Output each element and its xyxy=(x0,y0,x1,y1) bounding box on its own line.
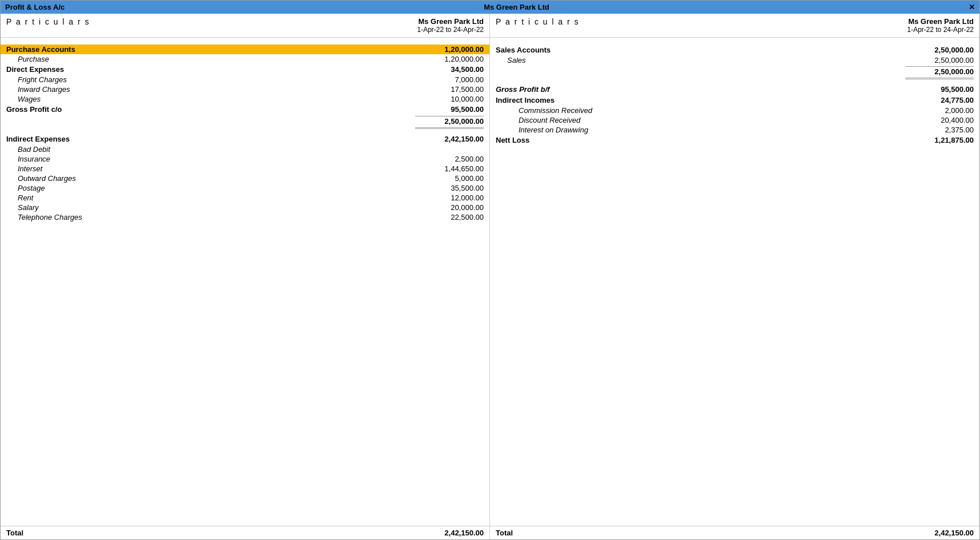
postage-label: Postage xyxy=(18,184,45,192)
rent-value: 12,000.00 xyxy=(415,194,484,202)
discount-received-value: 20,400.00 xyxy=(905,116,974,124)
date-range-left: 1-Apr-22 to 24-Apr-22 xyxy=(417,26,484,34)
purchase-value: 1,20,000.00 xyxy=(415,55,484,63)
subtotal1-left: 2,50,000.00 xyxy=(415,117,484,126)
interest-drawing-row: Interest on Drawwing 2,375.00 xyxy=(490,125,979,135)
interest-drawing-value: 2,375.00 xyxy=(905,126,974,134)
footer-left: Total 2,42,150.00 xyxy=(1,526,490,539)
sales-accounts-total: 2,50,000.00 xyxy=(905,46,974,54)
total-label-right: Total xyxy=(496,529,513,537)
indirect-incomes-label: Indirect Incomes xyxy=(496,96,554,104)
indirect-incomes-row: Indirect Incomes 24,775.00 xyxy=(490,95,979,106)
close-button[interactable]: ✕ xyxy=(969,3,975,11)
discount-received-row: Discount Received 20,400.00 xyxy=(490,115,979,125)
nett-loss-row: Nett Loss 1,21,875.00 xyxy=(490,135,979,146)
nett-loss-value: 1,21,875.00 xyxy=(905,136,974,144)
telephone-charges-row: Telephone Charges 22,500.00 xyxy=(1,212,489,222)
fright-charges-row: Fright Charges 7,000.00 xyxy=(1,75,489,84)
particulars-label-left: P a r t i c u l a r s xyxy=(6,17,90,26)
purchase-accounts-label: Purchase Accounts xyxy=(6,45,75,54)
commission-received-value: 2,000.00 xyxy=(905,106,974,115)
postage-row: Postage 35,500.00 xyxy=(1,183,489,193)
subtotal1-row-left: 2,50,000.00 xyxy=(1,116,489,126)
indirect-expenses-row: Indirect Expenses 2,42,150.00 xyxy=(1,134,489,144)
nett-loss-label: Nett Loss xyxy=(496,136,529,144)
purchase-label: Purchase xyxy=(18,55,49,63)
wages-label: Wages xyxy=(18,95,41,103)
company-info-left: Ms Green Park Ltd 1-Apr-22 to 24-Apr-22 xyxy=(417,17,484,34)
purchase-accounts-total: 1,20,000.00 xyxy=(415,45,484,54)
outward-charges-label: Outward Charges xyxy=(18,174,76,183)
telephone-charges-value: 22,500.00 xyxy=(415,213,484,221)
outward-charges-row: Outward Charges 5,000.00 xyxy=(1,174,489,183)
footer-right: Total 2,42,150.00 xyxy=(490,526,979,539)
gross-profit-bf-value: 95,500.00 xyxy=(905,85,974,94)
inward-charges-label: Inward Charges xyxy=(18,85,70,94)
insurance-row: Insurance 2,500.00 xyxy=(1,154,489,164)
company-name-right: Ms Green Park Ltd xyxy=(907,17,974,26)
sales-row: Sales 2,50,000.00 xyxy=(490,55,979,65)
salary-value: 20,000.00 xyxy=(415,203,484,212)
title-bar-left: Profit & Loss A/c xyxy=(5,3,64,11)
telephone-charges-label: Telephone Charges xyxy=(18,213,82,221)
date-range-right: 1-Apr-22 to 24-Apr-22 xyxy=(907,26,974,34)
commission-received-row: Commission Received 2,000.00 xyxy=(490,106,979,115)
footer: Total 2,42,150.00 Total 2,42,150.00 xyxy=(1,526,979,539)
direct-expenses-row: Direct Expenses 34,500.00 xyxy=(1,64,489,75)
salary-label: Salary xyxy=(18,203,39,212)
company-info-right: Ms Green Park Ltd 1-Apr-22 to 24-Apr-22 xyxy=(907,17,974,34)
header-right: P a r t i c u l a r s Ms Green Park Ltd … xyxy=(490,14,979,37)
header-left: P a r t i c u l a r s Ms Green Park Ltd … xyxy=(1,14,490,37)
total-value-left: 2,42,150.00 xyxy=(444,529,484,537)
direct-expenses-total: 34,500.00 xyxy=(415,65,484,74)
interset-row: Interset 1,44,650.00 xyxy=(1,164,489,174)
gross-profit-co-row: Gross Profit c/o 95,500.00 xyxy=(1,104,489,115)
salary-row: Salary 20,000.00 xyxy=(1,203,489,212)
right-panel: Sales Accounts 2,50,000.00 Sales 2,50,00… xyxy=(490,38,979,526)
discount-received-label: Discount Received xyxy=(519,116,580,124)
indirect-expenses-total: 2,42,150.00 xyxy=(415,135,484,143)
sales-accounts-row: Sales Accounts 2,50,000.00 xyxy=(490,45,979,55)
rent-row: Rent 12,000.00 xyxy=(1,193,489,203)
gross-profit-bf-label: Gross Profit b/f xyxy=(496,85,550,94)
subtotal1-row-right: 2,50,000.00 xyxy=(490,67,979,76)
title-bar: Profit & Loss A/c Ms Green Park Ltd ✕ xyxy=(1,1,979,14)
wages-row: Wages 10,000.00 xyxy=(1,94,489,104)
sales-accounts-label: Sales Accounts xyxy=(496,46,550,54)
subtotal1-right: 2,50,000.00 xyxy=(905,67,974,76)
interest-drawing-label: Interest on Drawwing xyxy=(519,126,588,134)
purchase-accounts-row: Purchase Accounts 1,20,000.00 xyxy=(1,45,489,54)
insurance-value: 2,500.00 xyxy=(415,155,484,163)
sales-label: Sales xyxy=(507,56,526,65)
gross-profit-co-label: Gross Profit c/o xyxy=(6,105,62,114)
fright-charges-value: 7,000.00 xyxy=(415,75,484,84)
inward-charges-row: Inward Charges 17,500.00 xyxy=(1,84,489,94)
bad-debit-value xyxy=(415,145,484,154)
inward-charges-value: 17,500.00 xyxy=(415,85,484,94)
title-bar-center: Ms Green Park Ltd xyxy=(64,3,969,11)
header-row: P a r t i c u l a r s Ms Green Park Ltd … xyxy=(1,14,979,38)
direct-expenses-label: Direct Expenses xyxy=(6,65,64,74)
commission-received-label: Commission Received xyxy=(519,106,592,115)
interset-value: 1,44,650.00 xyxy=(415,164,484,173)
rent-label: Rent xyxy=(18,194,33,202)
left-panel: Purchase Accounts 1,20,000.00 Purchase 1… xyxy=(1,38,490,526)
total-label-left: Total xyxy=(6,529,23,537)
sales-value: 2,50,000.00 xyxy=(905,56,974,65)
indirect-incomes-total: 24,775.00 xyxy=(905,96,974,104)
outward-charges-value: 5,000.00 xyxy=(415,174,484,183)
fright-charges-label: Fright Charges xyxy=(18,75,67,84)
window: Profit & Loss A/c Ms Green Park Ltd ✕ P … xyxy=(0,0,980,540)
company-name-left: Ms Green Park Ltd xyxy=(417,17,484,26)
bad-debit-label: Bad Debit xyxy=(18,145,50,154)
total-value-right: 2,42,150.00 xyxy=(934,529,974,537)
indirect-expenses-label: Indirect Expenses xyxy=(6,135,70,143)
main-body: Purchase Accounts 1,20,000.00 Purchase 1… xyxy=(1,38,979,526)
insurance-label: Insurance xyxy=(18,155,50,163)
gross-profit-co-value: 95,500.00 xyxy=(415,105,484,114)
particulars-label-right: P a r t i c u l a r s xyxy=(496,17,580,26)
wages-value: 10,000.00 xyxy=(415,95,484,103)
postage-value: 35,500.00 xyxy=(415,184,484,192)
purchase-row: Purchase 1,20,000.00 xyxy=(1,54,489,64)
interset-label: Interset xyxy=(18,164,42,173)
